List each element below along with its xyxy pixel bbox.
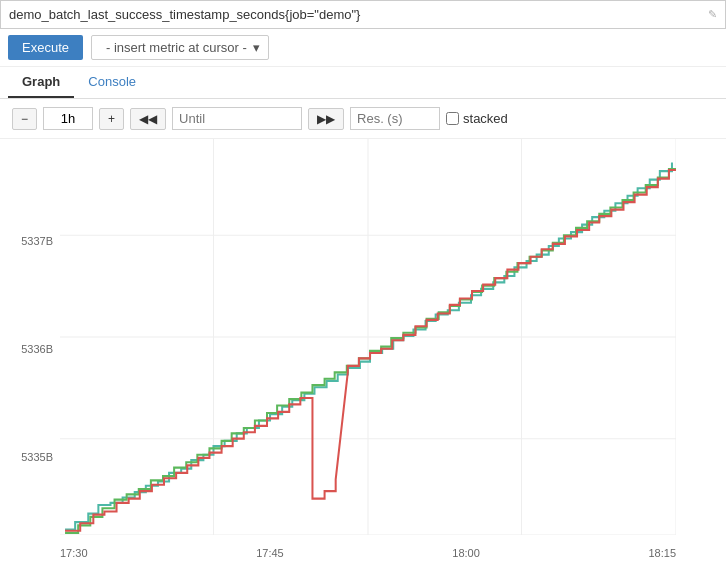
tabs: Graph Console [0, 67, 726, 99]
next-time-button[interactable]: ▶▶ [308, 108, 344, 130]
duration-input[interactable] [43, 107, 93, 130]
stacked-checkbox[interactable] [446, 112, 459, 125]
x-axis: 17:30 17:45 18:00 18:15 [60, 543, 676, 559]
y-axis: 5337B 5336B 5335B [0, 139, 58, 559]
tab-console[interactable]: Console [74, 67, 150, 98]
y-label-1: 5337B [0, 235, 58, 247]
query-input[interactable] [9, 7, 708, 22]
zoom-in-button[interactable]: + [99, 108, 124, 130]
tab-graph[interactable]: Graph [8, 67, 74, 98]
toolbar: Execute - insert metric at cursor - ▾ [0, 29, 726, 67]
chart-svg [60, 139, 676, 535]
chart-area: 5337B 5336B 5335B 17:30 17:45 18:00 18:1… [0, 139, 726, 559]
dropdown-arrow-icon: ▾ [253, 40, 260, 55]
graph-controls: − + ◀◀ ▶▶ stacked [0, 99, 726, 139]
execute-button[interactable]: Execute [8, 35, 83, 60]
y-label-2: 5336B [0, 343, 58, 355]
insert-metric-dropdown[interactable]: - insert metric at cursor - ▾ [91, 35, 269, 60]
insert-metric-label: - insert metric at cursor - [106, 40, 247, 55]
zoom-out-button[interactable]: − [12, 108, 37, 130]
stacked-label: stacked [446, 111, 508, 126]
edit-icon: ✎ [708, 8, 717, 21]
x-label-1730: 17:30 [60, 547, 88, 559]
query-bar: ✎ [0, 0, 726, 29]
y-label-3: 5335B [0, 451, 58, 463]
stacked-text: stacked [463, 111, 508, 126]
prev-time-button[interactable]: ◀◀ [130, 108, 166, 130]
x-label-1745: 17:45 [256, 547, 284, 559]
x-label-1815: 18:15 [648, 547, 676, 559]
x-label-1800: 18:00 [452, 547, 480, 559]
until-input[interactable] [172, 107, 302, 130]
res-input[interactable] [350, 107, 440, 130]
